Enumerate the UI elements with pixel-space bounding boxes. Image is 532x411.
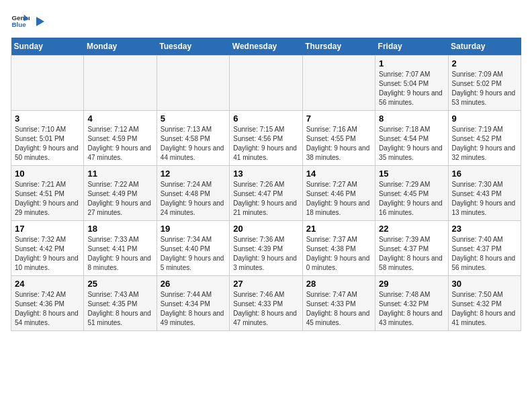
day-header-friday: Friday [375,38,448,56]
day-info: Sunrise: 7:19 AM Sunset: 4:52 PM Dayligh… [452,125,517,163]
day-number: 6 [233,113,298,124]
logo-arrow-icon [34,15,46,28]
day-info: Sunrise: 7:36 AM Sunset: 4:39 PM Dayligh… [233,235,298,273]
day-header-sunday: Sunday [11,38,84,56]
svg-marker-2 [36,17,44,26]
calendar-cell: 3Sunrise: 7:10 AM Sunset: 5:01 PM Daylig… [11,111,84,166]
day-number: 14 [306,169,371,179]
calendar-cell: 16Sunrise: 7:30 AM Sunset: 4:43 PM Dayli… [448,166,521,221]
day-number: 8 [379,113,444,124]
day-number: 23 [452,224,517,234]
day-number: 2 [452,58,517,68]
day-number: 12 [161,169,226,179]
calendar-cell: 5Sunrise: 7:13 AM Sunset: 4:58 PM Daylig… [157,111,229,166]
day-number: 28 [306,279,371,289]
day-number: 15 [379,169,444,179]
calendar-cell: 1Sunrise: 7:07 AM Sunset: 5:04 PM Daylig… [375,56,448,111]
day-info: Sunrise: 7:47 AM Sunset: 4:33 PM Dayligh… [306,290,371,328]
day-number: 29 [379,279,444,289]
day-info: Sunrise: 7:15 AM Sunset: 4:56 PM Dayligh… [233,125,298,163]
day-number: 9 [452,113,517,124]
calendar-cell: 8Sunrise: 7:18 AM Sunset: 4:54 PM Daylig… [375,111,448,166]
day-number: 25 [87,279,152,289]
day-info: Sunrise: 7:27 AM Sunset: 4:46 PM Dayligh… [306,180,371,218]
day-info: Sunrise: 7:10 AM Sunset: 5:01 PM Dayligh… [15,125,80,163]
calendar-cell: 2Sunrise: 7:09 AM Sunset: 5:02 PM Daylig… [448,56,521,111]
day-header-monday: Monday [84,38,157,56]
calendar-cell: 23Sunrise: 7:40 AM Sunset: 4:37 PM Dayli… [448,221,521,276]
day-number: 20 [233,224,298,234]
calendar-cell: 7Sunrise: 7:16 AM Sunset: 4:55 PM Daylig… [302,111,375,166]
day-info: Sunrise: 7:43 AM Sunset: 4:35 PM Dayligh… [87,290,152,328]
day-number: 13 [233,169,298,179]
calendar-cell: 25Sunrise: 7:43 AM Sunset: 4:35 PM Dayli… [84,276,157,331]
svg-text:Blue: Blue [11,21,26,28]
day-header-saturday: Saturday [448,38,521,56]
day-info: Sunrise: 7:12 AM Sunset: 4:59 PM Dayligh… [87,125,152,163]
day-number: 24 [15,279,80,289]
header: General Blue [11,11,521,30]
day-info: Sunrise: 7:34 AM Sunset: 4:40 PM Dayligh… [161,235,226,273]
day-info: Sunrise: 7:50 AM Sunset: 4:32 PM Dayligh… [452,290,517,328]
calendar-cell: 13Sunrise: 7:26 AM Sunset: 4:47 PM Dayli… [230,166,302,221]
day-info: Sunrise: 7:37 AM Sunset: 4:38 PM Dayligh… [306,235,371,273]
day-info: Sunrise: 7:16 AM Sunset: 4:55 PM Dayligh… [306,125,371,163]
day-number: 11 [87,169,152,179]
day-info: Sunrise: 7:22 AM Sunset: 4:49 PM Dayligh… [87,180,152,218]
day-info: Sunrise: 7:40 AM Sunset: 4:37 PM Dayligh… [452,235,517,273]
day-info: Sunrise: 7:13 AM Sunset: 4:58 PM Dayligh… [161,125,226,163]
calendar-cell: 15Sunrise: 7:29 AM Sunset: 4:45 PM Dayli… [375,166,448,221]
day-info: Sunrise: 7:29 AM Sunset: 4:45 PM Dayligh… [379,180,444,218]
calendar-cell [230,56,302,111]
calendar-cell: 24Sunrise: 7:42 AM Sunset: 4:36 PM Dayli… [11,276,84,331]
day-number: 19 [161,224,226,234]
day-header-wednesday: Wednesday [230,38,302,56]
calendar-cell: 14Sunrise: 7:27 AM Sunset: 4:46 PM Dayli… [302,166,375,221]
calendar-cell: 22Sunrise: 7:39 AM Sunset: 4:37 PM Dayli… [375,221,448,276]
day-number: 26 [161,279,226,289]
logo: General Blue [11,11,46,30]
day-info: Sunrise: 7:33 AM Sunset: 4:41 PM Dayligh… [87,235,152,273]
day-header-thursday: Thursday [302,38,375,56]
calendar-cell: 26Sunrise: 7:44 AM Sunset: 4:34 PM Dayli… [157,276,229,331]
day-number: 4 [87,113,152,124]
day-info: Sunrise: 7:46 AM Sunset: 4:33 PM Dayligh… [233,290,298,328]
day-number: 3 [15,113,80,124]
calendar-cell: 19Sunrise: 7:34 AM Sunset: 4:40 PM Dayli… [157,221,229,276]
calendar-cell: 9Sunrise: 7:19 AM Sunset: 4:52 PM Daylig… [448,111,521,166]
calendar-cell [157,56,229,111]
day-info: Sunrise: 7:18 AM Sunset: 4:54 PM Dayligh… [379,125,444,163]
calendar-cell: 29Sunrise: 7:48 AM Sunset: 4:32 PM Dayli… [375,276,448,331]
day-number: 30 [452,279,517,289]
day-number: 5 [161,113,226,124]
day-info: Sunrise: 7:09 AM Sunset: 5:02 PM Dayligh… [452,70,517,107]
calendar-cell: 6Sunrise: 7:15 AM Sunset: 4:56 PM Daylig… [230,111,302,166]
calendar-cell: 20Sunrise: 7:36 AM Sunset: 4:39 PM Dayli… [230,221,302,276]
day-header-tuesday: Tuesday [157,38,229,56]
day-number: 21 [306,224,371,234]
day-info: Sunrise: 7:32 AM Sunset: 4:42 PM Dayligh… [15,235,80,273]
calendar-cell: 27Sunrise: 7:46 AM Sunset: 4:33 PM Dayli… [230,276,302,331]
calendar-cell [11,56,84,111]
calendar-table: SundayMondayTuesdayWednesdayThursdayFrid… [11,38,521,331]
day-number: 16 [452,169,517,179]
day-info: Sunrise: 7:07 AM Sunset: 5:04 PM Dayligh… [379,70,444,107]
day-info: Sunrise: 7:42 AM Sunset: 4:36 PM Dayligh… [15,290,80,328]
calendar-cell: 11Sunrise: 7:22 AM Sunset: 4:49 PM Dayli… [84,166,157,221]
day-number: 1 [379,58,444,68]
calendar-cell: 10Sunrise: 7:21 AM Sunset: 4:51 PM Dayli… [11,166,84,221]
day-info: Sunrise: 7:24 AM Sunset: 4:48 PM Dayligh… [161,180,226,218]
logo-icon: General Blue [11,11,30,30]
day-info: Sunrise: 7:44 AM Sunset: 4:34 PM Dayligh… [161,290,226,328]
calendar-cell: 17Sunrise: 7:32 AM Sunset: 4:42 PM Dayli… [11,221,84,276]
calendar-cell: 21Sunrise: 7:37 AM Sunset: 4:38 PM Dayli… [302,221,375,276]
day-number: 17 [15,224,80,234]
day-info: Sunrise: 7:30 AM Sunset: 4:43 PM Dayligh… [452,180,517,218]
calendar-cell: 12Sunrise: 7:24 AM Sunset: 4:48 PM Dayli… [157,166,229,221]
calendar-cell: 18Sunrise: 7:33 AM Sunset: 4:41 PM Dayli… [84,221,157,276]
day-info: Sunrise: 7:21 AM Sunset: 4:51 PM Dayligh… [15,180,80,218]
day-info: Sunrise: 7:26 AM Sunset: 4:47 PM Dayligh… [233,180,298,218]
day-number: 22 [379,224,444,234]
calendar-cell [302,56,375,111]
calendar-cell [84,56,157,111]
